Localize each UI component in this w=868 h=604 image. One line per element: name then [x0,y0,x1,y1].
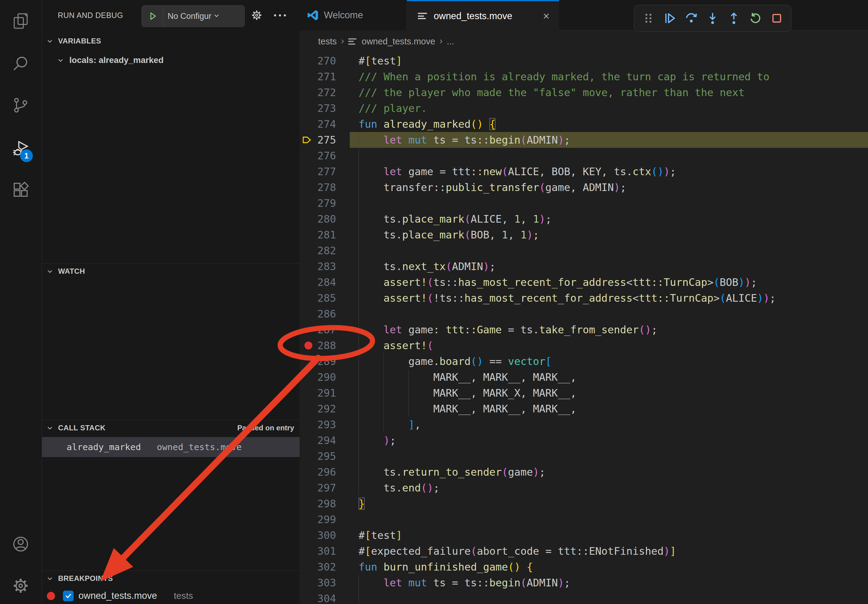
code-line-299[interactable]: 299 [299,511,868,527]
code-line-301[interactable]: 301#[expected_failure(abort_code = ttt::… [299,543,868,559]
code-line-273[interactable]: 273/// player. [299,101,868,116]
breakpoint-dot-icon[interactable] [304,342,312,350]
breadcrumb-more[interactable]: ... [447,37,454,46]
gutter[interactable]: 276 [299,148,350,164]
code-line-280[interactable]: 280 ts.place_mark(ALICE, 1, 1); [299,211,868,227]
step-out-icon[interactable] [727,11,741,25]
gutter[interactable]: 284 [299,274,350,290]
gutter[interactable]: 293 [299,417,350,432]
search-icon[interactable] [12,54,30,73]
gutter[interactable]: 304 [299,591,350,604]
gutter[interactable]: 272 [299,85,350,101]
locals-scope-row[interactable]: locals: already_marked [57,52,164,68]
code-line-279[interactable]: 279 [299,195,868,211]
code-line-290[interactable]: 290 MARK__, MARK__, MARK__, [299,369,868,385]
code-line-298[interactable]: 298} [299,496,868,511]
variables-section-header[interactable]: VARIABLES [42,34,299,49]
gutter[interactable]: 289 [299,353,350,369]
code-line-295[interactable]: 295 [299,448,868,464]
code-line-293[interactable]: 293 ], [299,417,868,432]
code-line-291[interactable]: 291 MARK__, MARK_X, MARK__, [299,385,868,401]
gutter[interactable]: 303 [299,575,350,591]
debug-settings-gear-icon[interactable] [250,9,264,22]
code-line-271[interactable]: 271/// When a position is already marked… [299,69,868,85]
code-line-286[interactable]: 286 [299,306,868,322]
code-line-278[interactable]: 278 transfer::public_transfer(game, ADMI… [299,180,868,195]
gutter[interactable]: 292 [299,401,350,417]
code-editor[interactable]: 270#[test]271/// When a position is alre… [299,52,868,604]
gutter[interactable]: 270 [299,53,350,69]
extensions-icon[interactable] [12,181,30,199]
more-actions-icon[interactable] [273,9,287,22]
gutter[interactable]: 288 [299,338,350,353]
account-icon[interactable] [12,535,30,553]
source-control-icon[interactable] [12,96,30,115]
code-line-270[interactable]: 270#[test] [299,53,868,69]
code-line-292[interactable]: 292 MARK__, MARK__, MARK__, [299,401,868,417]
call-stack-section-header[interactable]: CALL STACK Paused on entry [42,420,299,435]
gutter[interactable]: 294 [299,432,350,448]
code-line-304[interactable]: 304 [299,591,868,604]
gutter[interactable]: 278 [299,180,350,195]
stop-icon[interactable] [770,11,784,25]
gutter[interactable]: 282 [299,243,350,259]
continue-icon[interactable] [663,11,677,25]
gutter[interactable]: 291 [299,385,350,401]
gutter[interactable]: 286 [299,306,350,322]
gutter[interactable]: 295 [299,448,350,464]
gutter[interactable]: 283 [299,259,350,274]
code-line-297[interactable]: 297 ts.end(); [299,480,868,496]
code-line-287[interactable]: 287 let game: ttt::Game = ts.take_from_s… [299,322,868,338]
code-line-274[interactable]: 274fun already_marked() { [299,116,868,132]
step-over-icon[interactable] [684,11,698,25]
code-line-272[interactable]: 272/// the player who made the "false" m… [299,85,868,101]
step-into-icon[interactable] [705,11,719,25]
code-line-289[interactable]: 289 game.board() == vector[ [299,353,868,369]
code-line-285[interactable]: 285 assert!(!ts::has_most_recent_for_add… [299,290,868,306]
breadcrumb-file[interactable]: owned_tests.move [362,37,435,46]
code-line-294[interactable]: 294 ); [299,432,868,448]
restart-icon[interactable] [749,11,763,25]
gutter[interactable]: 274 [299,116,350,132]
gutter[interactable]: 271 [299,69,350,85]
gutter[interactable]: 290 [299,369,350,385]
breakpoints-section-header[interactable]: BREAKPOINTS [42,571,299,586]
gutter[interactable]: 297 [299,480,350,496]
gutter[interactable]: 281 [299,227,350,243]
code-line-300[interactable]: 300#[test] [299,527,868,543]
gutter[interactable]: 296 [299,464,350,480]
gutter[interactable]: 302 [299,559,350,575]
code-line-276[interactable]: 276 [299,148,868,164]
gutter[interactable]: 280 [299,211,350,227]
gutter[interactable]: 279 [299,195,350,211]
explorer-icon[interactable] [12,12,30,30]
tab-owned-tests[interactable]: owned_tests.move [407,0,559,31]
code-line-284[interactable]: 284 assert!(ts::has_most_recent_for_addr… [299,274,868,290]
settings-gear-icon[interactable] [12,577,30,595]
tab-welcome[interactable]: Welcome [299,0,407,30]
drag-handle-icon[interactable] [642,11,656,25]
gutter[interactable]: 301 [299,543,350,559]
code-line-283[interactable]: 283 ts.next_tx(ADMIN); [299,259,868,274]
gutter[interactable]: 277 [299,164,350,180]
breakpoint-checkbox[interactable] [63,591,74,601]
code-line-282[interactable]: 282 [299,243,868,259]
code-line-296[interactable]: 296 ts.return_to_sender(game); [299,464,868,480]
gutter[interactable]: 299 [299,511,350,527]
code-line-281[interactable]: 281 ts.place_mark(BOB, 1, 1); [299,227,868,243]
call-stack-frame-row[interactable]: already_marked owned_tests.move 275 [42,437,299,457]
watch-section-header[interactable]: WATCH [42,264,299,279]
breakpoint-row[interactable]: owned_tests.move tests 288 [42,588,299,604]
gutter[interactable]: 275 [299,132,350,148]
code-line-302[interactable]: 302fun burn_unfinished_game() { [299,559,868,575]
gutter[interactable]: 287 [299,322,350,338]
close-icon[interactable] [541,11,552,22]
gutter[interactable]: 273 [299,101,350,116]
code-line-303[interactable]: 303 let mut ts = ts::begin(ADMIN); [299,575,868,591]
code-line-277[interactable]: 277 let game = ttt::new(ALICE, BOB, KEY,… [299,164,868,180]
gutter[interactable]: 285 [299,290,350,306]
start-debug-icon[interactable] [142,5,163,27]
debug-config-dropdown[interactable]: No Configur [141,5,245,27]
code-line-275[interactable]: 275 let mut ts = ts::begin(ADMIN); [299,132,868,148]
gutter[interactable]: 300 [299,527,350,543]
